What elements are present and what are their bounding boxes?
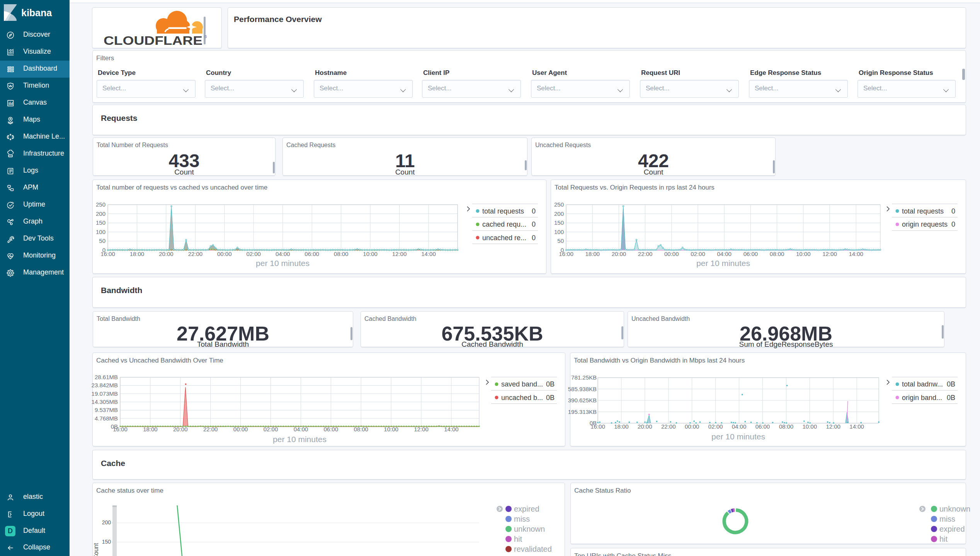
svg-text:CLOUDFLARE: CLOUDFLARE bbox=[104, 34, 202, 47]
